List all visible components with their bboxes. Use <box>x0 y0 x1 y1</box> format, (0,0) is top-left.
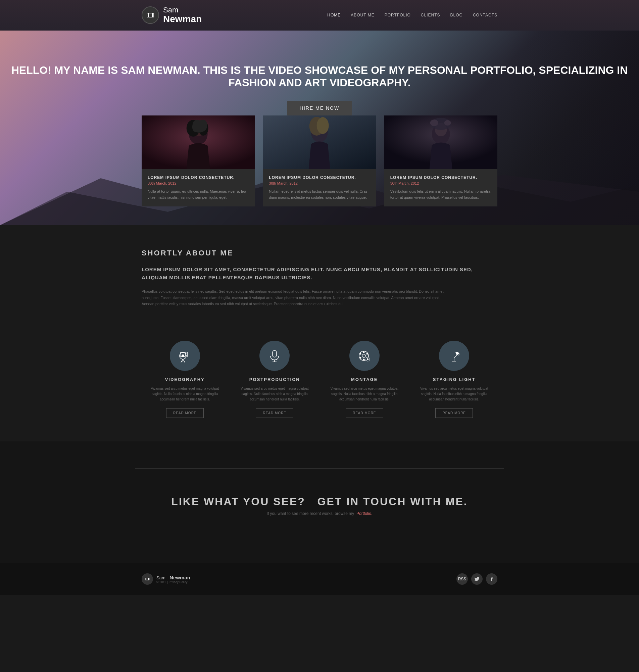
service-name-post: POSTPRODUCTION <box>249 377 300 382</box>
card-image-1 <box>142 115 255 169</box>
nav-contacts[interactable]: CONTACTS <box>473 13 497 17</box>
svg-point-34 <box>362 354 365 358</box>
logo-icon <box>142 6 159 24</box>
svg-line-28 <box>186 356 188 357</box>
mic-icon <box>268 349 281 362</box>
logo-text: Sam Newman <box>163 6 202 25</box>
postproduction-icon-bg <box>260 341 290 371</box>
footer-copyright: © 2012 | Privacy Policy <box>156 580 190 584</box>
staging-light-icon-bg <box>439 341 469 371</box>
read-more-post[interactable]: READ MORE <box>256 408 293 418</box>
hero-section: HELLO! MY NAME IS SAM NEWMAN. THIS IS TH… <box>0 31 639 225</box>
divider-top <box>135 468 504 469</box>
portfolio-cards-section: LOREM IPSUM DOLOR CONSECTETUR. 30th Marc… <box>0 115 639 206</box>
service-montage: MONTAGE Vivamus sed arcu metus eget magn… <box>321 337 408 421</box>
svg-point-37 <box>359 353 361 355</box>
svg-line-23 <box>181 359 183 362</box>
service-name-montage: MONTAGE <box>351 377 377 382</box>
cta-title: LIKE WHAT YOU SEE? GET IN TOUCH WITH ME. <box>7 496 632 508</box>
videography-icon-bg <box>170 341 200 371</box>
card-image-2 <box>263 115 376 169</box>
card-body: LOREM IPSUM DOLOR CONSECTETUR. 30th Marc… <box>142 169 255 206</box>
svg-point-19 <box>430 120 438 126</box>
portfolio-card: LOREM IPSUM DOLOR CONSECTETUR. 30th Marc… <box>384 115 497 206</box>
card-date: 30th March, 2012 <box>390 181 491 185</box>
site-footer: Sam Newman © 2012 | Privacy Policy RSS f <box>0 563 639 595</box>
about-body: Phasellus volutpat consequat felis nec s… <box>142 288 444 307</box>
card-body: LOREM IPSUM DOLOR CONSECTETUR. 30th Marc… <box>384 169 497 206</box>
nav-blog[interactable]: BLOG <box>450 13 463 17</box>
hero-headline: HELLO! MY NAME IS SAM NEWMAN. THIS IS TH… <box>7 64 632 89</box>
divider-bottom <box>135 543 504 543</box>
logo-first-name: Sam <box>163 6 202 14</box>
cards-container: LOREM IPSUM DOLOR CONSECTETUR. 30th Marc… <box>135 115 504 206</box>
svg-line-27 <box>186 353 188 354</box>
film-reel-icon <box>358 349 371 362</box>
camera-video-icon <box>178 349 192 362</box>
cta-suffix: GET IN TOUCH WITH ME. <box>317 496 468 507</box>
site-header: Sam Newman HOME ABOUT ME PORTFOLIO CLIEN… <box>0 0 639 31</box>
about-lead: LOREM IPSUM DOLOR SIT AMET, CONSECTETUR … <box>142 266 497 282</box>
hire-me-button[interactable]: HIRE ME NOW <box>287 101 352 115</box>
footer-brand-name: Sam Newman <box>156 575 190 580</box>
service-videography: VIDEOGRAPHY Vivamus sed arcu metus eget … <box>142 337 228 421</box>
twitter-button[interactable] <box>471 573 483 585</box>
service-name-staging: STAGING LIGHT <box>433 377 476 382</box>
svg-line-25 <box>183 359 185 362</box>
cta-portfolio-link[interactable]: Portfolio. <box>356 511 372 516</box>
about-section: SHORTLY ABOUT ME LOREM IPSUM DOLOR SIT A… <box>0 225 639 324</box>
footer-film-icon <box>145 577 150 581</box>
cta-section: LIKE WHAT YOU SEE? GET IN TOUCH WITH ME.… <box>0 441 639 563</box>
read-more-montage[interactable]: READ MORE <box>346 408 383 418</box>
service-desc-videography: Vivamus sed arcu metus eget magna volutp… <box>145 386 225 402</box>
service-postproduction: POSTPRODUCTION Vivamus sed arcu metus eg… <box>232 337 318 421</box>
footer-brand-text: Sam Newman © 2012 | Privacy Policy <box>156 575 190 584</box>
lamp-icon <box>447 349 461 362</box>
portfolio-card: LOREM IPSUM DOLOR CONSECTETUR. 30th Marc… <box>263 115 376 206</box>
card-date: 30th March, 2012 <box>269 181 370 185</box>
facebook-button[interactable]: f <box>486 573 497 585</box>
footer-first-name: Sam <box>156 575 166 580</box>
svg-line-48 <box>457 354 459 357</box>
svg-point-36 <box>363 359 364 360</box>
film-icon <box>146 11 154 19</box>
svg-point-35 <box>363 351 364 353</box>
nav-portfolio[interactable]: PORTFOLIO <box>385 13 411 17</box>
nav-home[interactable]: HOME <box>327 13 341 17</box>
footer-social: RSS f <box>456 573 497 585</box>
read-more-staging[interactable]: READ MORE <box>435 408 473 418</box>
read-more-videography[interactable]: READ MORE <box>166 408 204 418</box>
about-title: SHORTLY ABOUT ME <box>142 249 497 257</box>
portfolio-card: LOREM IPSUM DOLOR CONSECTETUR. 30th Marc… <box>142 115 255 206</box>
main-nav: HOME ABOUT ME PORTFOLIO CLIENTS BLOG CON… <box>327 13 497 17</box>
svg-point-22 <box>182 355 184 357</box>
service-staging-light: STAGING LIGHT Vivamus sed arcu metus ege… <box>411 337 498 421</box>
footer-content: Sam Newman © 2012 | Privacy Policy RSS f <box>135 573 504 585</box>
montage-icon-bg <box>349 341 379 371</box>
card-date: 30th March, 2012 <box>148 181 249 185</box>
svg-point-40 <box>366 353 368 355</box>
nav-clients[interactable]: CLIENTS <box>421 13 440 17</box>
card-text: Nullam eget felis id metus luctus semper… <box>269 189 370 200</box>
service-desc-post: Vivamus sed arcu metus eget magna volutp… <box>235 386 315 402</box>
rss-button[interactable]: RSS <box>456 573 468 585</box>
svg-rect-50 <box>145 578 149 580</box>
footer-logo: Sam Newman © 2012 | Privacy Policy <box>142 573 190 585</box>
cta-prefix: LIKE WHAT YOU SEE? <box>171 496 306 507</box>
footer-logo-icon <box>142 573 153 585</box>
services-section: VIDEOGRAPHY Vivamus sed arcu metus eget … <box>0 324 639 441</box>
svg-point-20 <box>444 120 451 126</box>
service-desc-staging: Vivamus sed arcu metus eget magna volutp… <box>415 386 494 402</box>
footer-last-name: Newman <box>170 575 190 580</box>
svg-point-39 <box>359 357 361 359</box>
cta-subtitle: If you want to see more recent works, br… <box>7 511 632 516</box>
svg-rect-51 <box>146 578 146 580</box>
card-title: LOREM IPSUM DOLOR CONSECTETUR. <box>148 175 249 180</box>
about-content: SHORTLY ABOUT ME LOREM IPSUM DOLOR SIT A… <box>135 249 504 307</box>
svg-line-46 <box>454 355 457 358</box>
services-container: VIDEOGRAPHY Vivamus sed arcu metus eget … <box>135 337 504 421</box>
card-text: Vestibulum quis felis ut enim aliquam ia… <box>390 189 491 200</box>
service-desc-montage: Vivamus sed arcu metus eget magna volutp… <box>325 386 404 402</box>
nav-about[interactable]: ABOUT ME <box>351 13 374 17</box>
svg-point-14 <box>317 117 329 134</box>
